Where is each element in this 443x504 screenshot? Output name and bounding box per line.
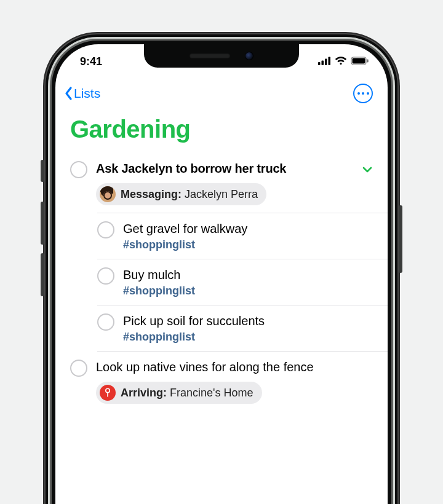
- complete-toggle[interactable]: [97, 313, 114, 331]
- nav-bar: Lists: [55, 84, 388, 107]
- svg-rect-0: [318, 62, 321, 65]
- subtask-row[interactable]: Pick up soil for succulents #shoppinglis…: [55, 305, 388, 351]
- volume-down-button: [41, 253, 44, 296]
- subtask-row[interactable]: Buy mulch #shoppinglist: [55, 259, 388, 305]
- reminder-row[interactable]: Ask Jackelyn to borrow her truck Messagi…: [55, 153, 388, 213]
- complete-toggle[interactable]: [70, 161, 87, 178]
- status-time: 9:41: [80, 55, 102, 68]
- ellipsis-icon: [357, 92, 369, 95]
- chip-value: Jackelyn Perra: [185, 188, 258, 200]
- wifi-icon: [335, 55, 347, 68]
- notch: [144, 44, 299, 68]
- subtask-tag[interactable]: #shoppinglist: [123, 238, 373, 251]
- page-title: Gardening: [55, 107, 388, 153]
- chip-label: Messaging:: [121, 188, 182, 200]
- subtask-row[interactable]: Get gravel for walkway #shoppinglist: [55, 213, 388, 259]
- battery-icon: [351, 55, 369, 68]
- chip-value: Francine's Home: [170, 387, 253, 399]
- svg-rect-1: [322, 60, 324, 65]
- svg-rect-2: [325, 58, 327, 65]
- complete-toggle[interactable]: [97, 267, 114, 285]
- contact-avatar: [100, 186, 116, 202]
- svg-rect-6: [367, 59, 369, 62]
- subtask-title: Get gravel for walkway: [123, 221, 373, 237]
- ringer-switch: [41, 160, 44, 182]
- reminder-title: Ask Jackelyn to borrow her truck: [96, 160, 353, 177]
- earpiece-speaker: [190, 53, 230, 58]
- volume-up-button: [41, 202, 44, 245]
- chevron-down-icon: [362, 164, 373, 175]
- complete-toggle[interactable]: [97, 221, 114, 238]
- app-content: Lists Gardening Ask Jackelyn to borrow h…: [55, 75, 388, 504]
- subtask-title: Pick up soil for succulents: [123, 313, 373, 329]
- more-options-button[interactable]: [353, 84, 373, 103]
- location-chip[interactable]: Arriving: Francine's Home: [96, 382, 262, 404]
- subtask-tag[interactable]: #shoppinglist: [123, 285, 373, 297]
- chip-label: Arriving:: [121, 387, 167, 399]
- reminder-title: Look up native vines for along the fence: [96, 359, 373, 376]
- location-pin-icon: [100, 385, 116, 401]
- cellular-icon: [318, 55, 331, 68]
- power-button: [399, 205, 402, 273]
- screen: 9:41 Lists: [55, 44, 388, 504]
- svg-rect-5: [353, 58, 365, 63]
- messaging-chip[interactable]: Messaging: Jackelyn Perra: [96, 183, 266, 205]
- svg-rect-3: [329, 57, 331, 65]
- phone-frame: 9:41 Lists: [44, 33, 399, 504]
- expand-subtasks-button[interactable]: [362, 164, 373, 175]
- chevron-left-icon: [64, 86, 73, 101]
- complete-toggle[interactable]: [70, 360, 87, 377]
- front-camera: [245, 52, 253, 60]
- subtask-tag[interactable]: #shoppinglist: [123, 331, 373, 344]
- reminder-row[interactable]: Look up native vines for along the fence…: [55, 352, 388, 411]
- subtask-title: Buy mulch: [123, 267, 373, 283]
- back-button[interactable]: Lists: [64, 86, 100, 101]
- reminders-list: Ask Jackelyn to borrow her truck Messagi…: [55, 153, 388, 411]
- back-label: Lists: [74, 86, 100, 101]
